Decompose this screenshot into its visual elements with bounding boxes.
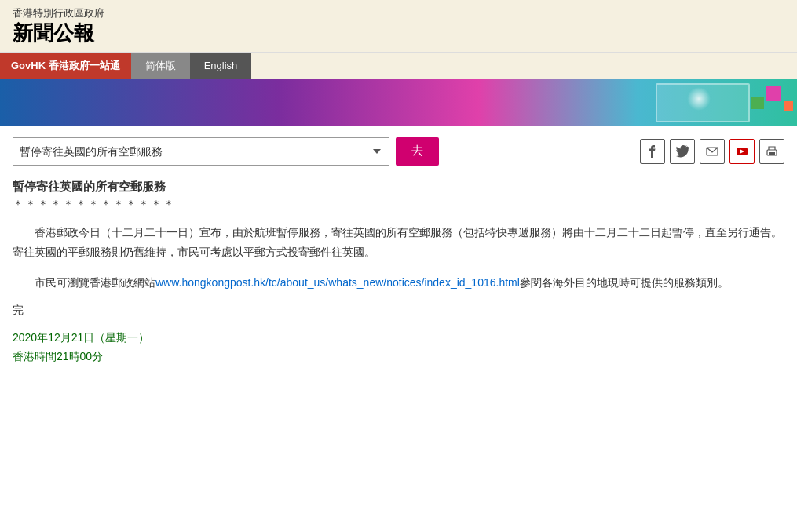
nav-simplified[interactable]: 简体版 xyxy=(131,53,190,79)
banner-square3 xyxy=(784,101,793,111)
header-top: 香港特別行政區政府 新聞公報 xyxy=(0,0,797,53)
header-title: 新聞公報 xyxy=(13,20,784,47)
article-para2: 市民可瀏覽香港郵政網站www.hongkongpost.hk/tc/about_… xyxy=(13,273,784,293)
youtube-icon[interactable] xyxy=(729,139,755,164)
facebook-icon[interactable] xyxy=(640,139,665,164)
nav-english[interactable]: English xyxy=(190,53,252,79)
banner-square1 xyxy=(766,86,781,101)
article-title: 暫停寄往英國的所有空郵服務 xyxy=(13,180,784,195)
banner-shine xyxy=(687,87,711,111)
para2-prefix: 市民可瀏覽香港郵政網站 xyxy=(35,276,155,289)
banner-square2 xyxy=(751,97,764,109)
article-select[interactable]: 暫停寄往英國的所有空郵服務 xyxy=(13,137,389,166)
article-end: 完 xyxy=(13,304,784,318)
article-stars: ＊＊＊＊＊＊＊＊＊＊＊＊＊ xyxy=(13,198,784,212)
banner xyxy=(0,79,797,126)
article-date-line: 2020年12月21日（星期一） xyxy=(13,329,784,348)
go-button[interactable]: 去 xyxy=(396,137,439,166)
nav-govhk[interactable]: GovHK 香港政府一站通 xyxy=(0,53,131,79)
email-icon[interactable] xyxy=(700,139,725,164)
article-time-line: 香港時間21時00分 xyxy=(13,348,784,366)
nav-bar: GovHK 香港政府一站通 简体版 English xyxy=(0,53,797,79)
para2-suffix: 參閱各海外目的地現時可提供的服務類別。 xyxy=(520,276,729,289)
article-date: 2020年12月21日（星期一） 香港時間21時00分 xyxy=(13,329,784,366)
article-para1: 香港郵政今日（十二月二十一日）宣布，由於航班暫停服務，寄往英國的所有空郵服務（包… xyxy=(13,223,784,262)
header-subtitle: 香港特別行政區政府 xyxy=(13,6,784,20)
social-icons xyxy=(640,139,784,164)
print-icon[interactable] xyxy=(759,139,784,164)
svg-rect-4 xyxy=(769,152,775,155)
search-row: 暫停寄往英國的所有空郵服務 去 xyxy=(13,137,784,166)
para2-link[interactable]: www.hongkongpost.hk/tc/about_us/whats_ne… xyxy=(155,276,520,289)
main-content: 暫停寄往英國的所有空郵服務 去 暫停寄往英國的所有空郵服務 ＊＊＊＊＊＊＊＊＊＊… xyxy=(0,126,797,377)
twitter-icon[interactable] xyxy=(670,139,695,164)
